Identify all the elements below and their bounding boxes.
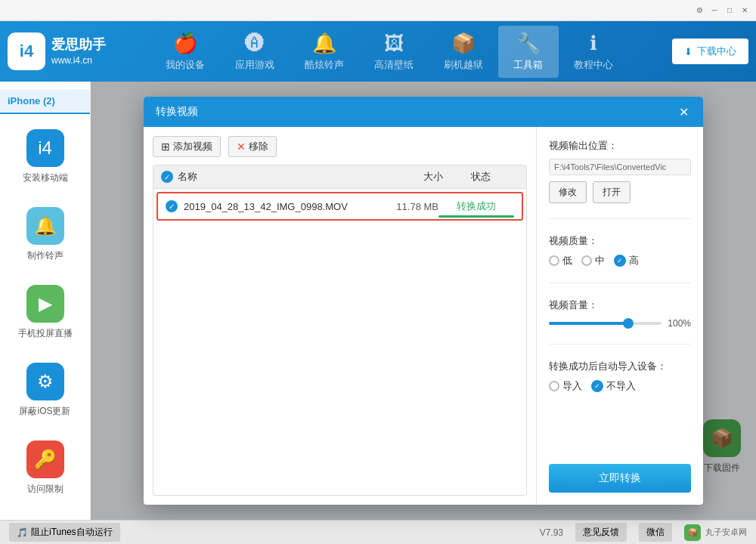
convert-now-button[interactable]: 立即转换: [549, 464, 691, 493]
sidebar-item-block-update[interactable]: ⚙ 屏蔽iOS更新: [0, 355, 90, 425]
nav-jailbreak-icon: 📦: [451, 32, 476, 55]
feedback-button[interactable]: 意见反馈: [575, 523, 627, 542]
modal-right-panel: 视频输出位置： F:\i4Tools7\Files\ConvertedVic 修…: [537, 127, 703, 505]
quality-low-radio[interactable]: [549, 255, 559, 266]
quality-high-radio[interactable]: ✓: [614, 255, 626, 267]
download-center-button[interactable]: ⬇ 下载中心: [672, 39, 748, 64]
sidebar-item-access-limit[interactable]: 🔑 访问限制: [0, 433, 90, 503]
quality-low[interactable]: 低: [549, 254, 572, 267]
quality-high[interactable]: ✓ 高: [614, 254, 639, 267]
make-ringtone-icon: 🔔: [26, 207, 64, 245]
remove-icon: ✕: [237, 141, 246, 153]
table-header: ✓ 名称 大小 状态: [153, 165, 526, 189]
nav-bar: 🍎 我的设备 🅐 应用游戏 🔔 酷炫铃声 🖼 高清壁纸 📦 刷机越狱 🔧 工具箱…: [113, 26, 665, 78]
nav-tutorial-label: 教程中心: [574, 58, 613, 72]
block-update-label: 屏蔽iOS更新: [19, 405, 70, 418]
sidebar: iPhone (2) i4 安装移动端 🔔 制作铃声 ▶ 手机投屏直播 ⚙ 屏蔽…: [0, 82, 91, 520]
access-limit-icon: 🔑: [26, 440, 64, 478]
volume-slider-fill: [549, 322, 628, 325]
table-row[interactable]: ✓ 2019_04_28_13_42_IMG_0998.MOV 11.78 MB…: [156, 192, 523, 221]
main-content: iPhone (2) i4 安装移动端 🔔 制作铃声 ▶ 手机投屏直播 ⚙ 屏蔽…: [0, 82, 756, 520]
watermark: 📦 丸子安卓网: [684, 524, 747, 541]
title-bar: ⚙ ─ □ ✕: [0, 0, 756, 21]
nav-app-game-icon: 🅐: [245, 32, 265, 55]
output-location-section: 视频输出位置： F:\i4Tools7\Files\ConvertedVic 修…: [549, 139, 691, 203]
divider-2: [549, 283, 691, 283]
nav-toolbox-label: 工具箱: [513, 58, 543, 72]
import-no-radio[interactable]: ✓: [591, 380, 603, 392]
nav-app-game-label: 应用游戏: [235, 58, 274, 72]
nav-ringtone-label: 酷炫铃声: [305, 58, 344, 72]
modal-header: 转换视频 ✕: [144, 97, 703, 127]
modal-overlay: 转换视频 ✕ ⊞ 添加视频 ✕: [91, 82, 756, 520]
import-yes[interactable]: 导入: [549, 379, 582, 393]
nav-wallpaper-icon: 🖼: [384, 32, 404, 55]
nav-toolbox-icon: 🔧: [516, 32, 541, 55]
device-tab[interactable]: iPhone (2): [0, 89, 90, 114]
nav-wallpaper-label: 高清壁纸: [374, 58, 414, 72]
progress-bar: [438, 215, 514, 218]
wechat-button[interactable]: 微信: [639, 523, 672, 542]
logo: i4 爱思助手 www.i4.cn: [8, 32, 113, 70]
modify-path-button[interactable]: 修改: [549, 181, 587, 203]
nav-ringtone[interactable]: 🔔 酷炫铃声: [290, 26, 359, 78]
nav-my-device[interactable]: 🍎 我的设备: [150, 26, 220, 78]
settings-icon[interactable]: ⚙: [694, 5, 705, 16]
divider-1: [549, 218, 691, 219]
quality-mid[interactable]: 中: [581, 254, 605, 267]
nav-jailbreak[interactable]: 📦 刷机越狱: [429, 26, 498, 78]
video-volume-section: 视频音量： 100%: [549, 298, 691, 329]
close-icon[interactable]: ✕: [739, 5, 750, 16]
nav-my-device-icon: 🍎: [173, 32, 197, 55]
video-quality-section: 视频质量： 低 中: [549, 234, 691, 267]
divider-3: [549, 344, 691, 345]
nav-app-game[interactable]: 🅐 应用游戏: [220, 26, 290, 78]
nav-tutorial[interactable]: ℹ 教程中心: [559, 26, 628, 78]
import-yes-radio[interactable]: [549, 381, 559, 391]
row-check-icon: ✓: [166, 200, 178, 212]
volume-slider-thumb[interactable]: [623, 318, 634, 329]
nav-jailbreak-label: 刷机越狱: [444, 58, 483, 72]
logo-icon: i4: [8, 32, 45, 70]
output-label: 视频输出位置：: [549, 139, 691, 153]
status-success: 转换成功: [438, 199, 514, 213]
add-video-icon: ⊞: [161, 141, 170, 153]
sidebar-item-make-ringtone[interactable]: 🔔 制作铃声: [0, 199, 90, 270]
install-mobile-label: 安装移动端: [23, 172, 68, 184]
volume-slider-track[interactable]: [549, 322, 662, 325]
screen-cast-label: 手机投屏直播: [18, 327, 73, 340]
open-path-button[interactable]: 打开: [593, 181, 631, 203]
file-table: ✓ 名称 大小 状态 ✓ 2019_04_28_13_42_IMG_0998.M…: [153, 165, 527, 496]
auto-import-label: 转换成功后自动导入设备：: [549, 360, 691, 373]
maximize-icon[interactable]: □: [724, 5, 735, 16]
quality-mid-radio[interactable]: [581, 255, 592, 266]
download-icon: ⬇: [684, 46, 692, 57]
nav-wallpaper[interactable]: 🖼 高清壁纸: [359, 26, 429, 78]
nav-ringtone-icon: 🔔: [312, 32, 336, 55]
volume-value: 100%: [668, 318, 691, 329]
import-no[interactable]: ✓ 不导入: [591, 379, 636, 393]
modal-close-button[interactable]: ✕: [676, 104, 691, 119]
volume-label: 视频音量：: [549, 298, 691, 312]
minimize-icon[interactable]: ─: [709, 5, 720, 16]
output-path-text: F:\i4Tools7\Files\ConvertedVic: [549, 159, 691, 175]
status-bar: 🎵 阻止iTunes自动运行 V7.93 意见反馈 微信 📦 丸子安卓网: [0, 520, 756, 544]
header-check-icon: ✓: [161, 171, 173, 183]
make-ringtone-label: 制作铃声: [27, 249, 64, 262]
logo-name: 爱思助手: [51, 36, 106, 54]
nav-my-device-label: 我的设备: [166, 58, 205, 72]
sidebar-item-install-mobile[interactable]: i4 安装移动端: [0, 122, 90, 192]
nav-toolbox[interactable]: 🔧 工具箱: [498, 26, 559, 78]
itunes-block-button[interactable]: 🎵 阻止iTunes自动运行: [9, 523, 120, 542]
version-text: V7.93: [540, 527, 563, 538]
convert-video-modal: 转换视频 ✕ ⊞ 添加视频 ✕: [144, 97, 703, 505]
remove-video-button[interactable]: ✕ 移除: [228, 136, 277, 157]
quality-label: 视频质量：: [549, 234, 691, 248]
modal-left-panel: ⊞ 添加视频 ✕ 移除 ✓: [144, 127, 537, 505]
auto-import-section: 转换成功后自动导入设备： 导入 ✓ 不导入: [549, 360, 691, 393]
sidebar-item-screen-cast[interactable]: ▶ 手机投屏直播: [0, 277, 90, 348]
add-video-button[interactable]: ⊞ 添加视频: [153, 136, 221, 157]
access-limit-label: 访问限制: [27, 483, 64, 496]
nav-tutorial-icon: ℹ: [590, 32, 597, 55]
block-update-icon: ⚙: [26, 363, 64, 400]
